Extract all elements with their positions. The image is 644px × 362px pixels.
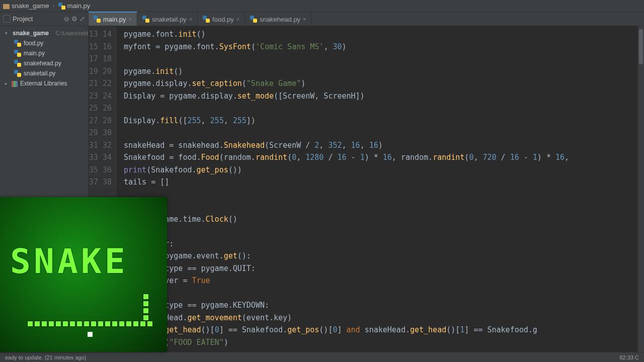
python-file-icon (14, 40, 21, 47)
breadcrumb-file[interactable]: main.py (67, 2, 91, 10)
hide-icon[interactable]: ⤢ (79, 15, 85, 23)
python-file-icon (250, 16, 257, 23)
snake-game-overlay: SNAKE (0, 197, 167, 352)
status-bar: eady to update. (21 minutes ago) 82:33 C (0, 352, 644, 362)
code-editor[interactable]: 13 14 15 16 17 18 19 20 21 22 23 24 25 2… (89, 26, 644, 352)
project-tool-header[interactable]: Project ⊖ ⚙ ⤢ (0, 12, 89, 26)
status-right: 82:33 C (619, 354, 639, 360)
gear-icon[interactable]: ⚙ (71, 15, 77, 23)
tree-file-main-py[interactable]: main.py (0, 48, 88, 58)
tab-food-py[interactable]: food.py× (198, 12, 245, 26)
collapse-icon[interactable]: ⊖ (64, 15, 69, 23)
tab-main-py[interactable]: main.py× (89, 12, 137, 26)
editor-scrollbar[interactable] (638, 26, 644, 352)
close-icon[interactable]: × (236, 16, 239, 22)
python-file-icon (14, 50, 21, 57)
python-file-icon (94, 16, 101, 23)
tree-file-snaketail-py[interactable]: snaketail.py (0, 68, 88, 78)
code-area[interactable]: pygame.font.init() myfont = pygame.font.… (117, 26, 644, 352)
snake-food-pixel (88, 332, 93, 337)
tree-file-snakehead-py[interactable]: snakehead.py (0, 58, 88, 68)
folder-icon (3, 4, 10, 9)
python-file-icon (58, 3, 65, 10)
close-icon[interactable]: × (129, 16, 132, 22)
python-file-icon (203, 16, 210, 23)
snake-title: SNAKE (10, 241, 159, 281)
project-label: Project (13, 15, 33, 23)
chevron-right-icon: › (52, 2, 54, 10)
tree-file-food-py[interactable]: food.py (0, 38, 88, 48)
tab-snaketail-py[interactable]: snaketail.py× (137, 12, 198, 26)
project-view-icon (3, 15, 11, 23)
editor-tabs: main.py×snaketail.py×food.py×snakehead.p… (89, 12, 644, 26)
libraries-icon (12, 81, 18, 87)
close-icon[interactable]: × (303, 16, 306, 22)
python-file-icon (14, 70, 21, 77)
python-file-icon (142, 16, 149, 23)
snake-vertical-pixels (143, 294, 149, 322)
python-file-icon (14, 60, 21, 67)
close-icon[interactable]: × (189, 16, 192, 22)
tree-root[interactable]: ▾snake_game C:\Users\rebba (0, 28, 88, 38)
snake-body-pixels (27, 321, 154, 329)
tree-external-libraries[interactable]: ▸External Libraries (0, 78, 88, 88)
status-left: eady to update. (21 minutes ago) (5, 354, 86, 360)
breadcrumb: snake_game › main.py (0, 0, 644, 12)
breadcrumb-project[interactable]: snake_game (12, 2, 49, 10)
tool-row: Project ⊖ ⚙ ⤢ main.py×snaketail.py×food.… (0, 12, 644, 26)
tab-snakehead-py[interactable]: snakehead.py× (245, 12, 311, 26)
